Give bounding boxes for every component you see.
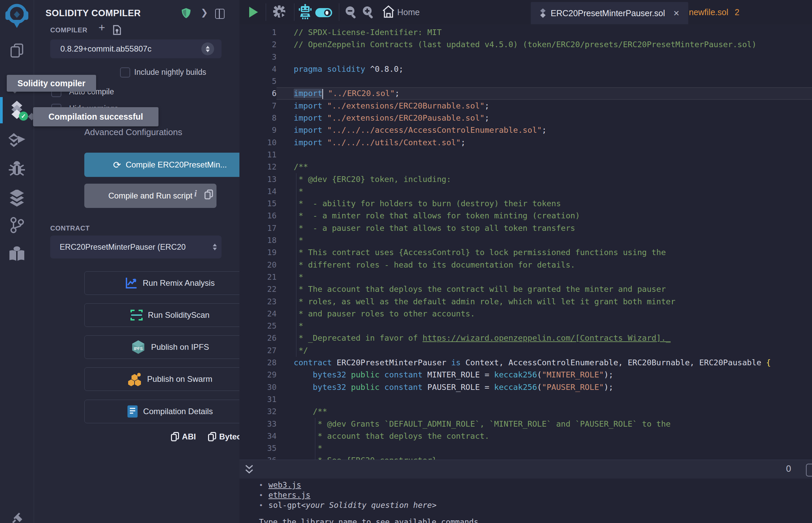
code-line[interactable]: 34 * account that deploys the contract.	[240, 430, 812, 442]
code-line[interactable]: 29 bytes32 public constant MINTER_ROLE =…	[240, 369, 812, 381]
plugin-manager-icon[interactable]	[0, 245, 34, 263]
copy-script-icon[interactable]	[204, 190, 213, 199]
copy-abi-button[interactable]: ABI	[171, 432, 196, 441]
code-line[interactable]: 8import "../extensions/ERC20Pausable.sol…	[240, 112, 812, 124]
advanced-configurations-label[interactable]: Advanced Configurations	[84, 127, 182, 138]
line-number: 29	[240, 369, 277, 381]
file-explorer-icon[interactable]	[0, 42, 34, 59]
line-number: 14	[240, 185, 277, 197]
compiler-config-file-icon[interactable]	[113, 25, 121, 35]
tab-warning-count: 2	[735, 7, 740, 17]
line-number: 18	[240, 234, 277, 246]
git-icon[interactable]	[0, 216, 34, 234]
close-tab-icon[interactable]: ×	[673, 8, 679, 18]
code-line[interactable]: 36 * See {ERC20-constructor}.	[240, 454, 812, 459]
plug-icon[interactable]	[0, 511, 34, 523]
bullet-icon: •	[259, 481, 263, 489]
home-tab-label[interactable]: Home	[397, 7, 420, 17]
code-line[interactable]: 4pragma solidity ^0.8.0;	[240, 63, 812, 75]
code-line[interactable]: 1// SPDX-License-Identifier: MIT	[240, 26, 812, 38]
code-line[interactable]: 2// OpenZeppelin Contracts (last updated…	[240, 38, 812, 51]
line-number: 13	[240, 173, 277, 185]
ethers-link[interactable]: ethers.js	[268, 491, 311, 500]
code-line[interactable]: 23 * roles, as well as the default admin…	[240, 295, 812, 308]
indent-guide	[296, 173, 296, 357]
copy-icon	[208, 432, 216, 441]
publish-swarm-button[interactable]: Publish on Swarm	[84, 367, 255, 391]
terminal-list-item: • sol-gpt <your Solidity question here>	[259, 501, 437, 509]
tooltip-compilation-successful: Compilation successful	[33, 107, 158, 126]
code-line[interactable]: 21 *	[240, 271, 812, 283]
code-line[interactable]: 24 * and pauser roles to other accounts.	[240, 308, 812, 320]
line-number: 8	[240, 112, 277, 124]
zoom-out-icon[interactable]	[345, 6, 358, 19]
debugger-icon[interactable]	[0, 160, 34, 177]
terminal-hint: Type the library name to see available c…	[259, 518, 483, 523]
line-number: 2	[240, 38, 277, 51]
terminal-search-box-partial[interactable]	[806, 464, 812, 476]
code-line[interactable]: 30 bytes32 public constant PAUSER_ROLE =…	[240, 381, 812, 393]
ai-copilot-robot-icon[interactable]	[299, 4, 312, 20]
code-line[interactable]: 6import "../ERC20.sol";	[240, 87, 812, 100]
code-line[interactable]: 27 */	[240, 344, 812, 357]
split-panel-icon[interactable]	[215, 9, 225, 19]
code-line[interactable]: 16 * - a minter role that allows for tok…	[240, 210, 812, 222]
run-script-play-button[interactable]	[249, 7, 258, 18]
code-line[interactable]: 33 * @dev Grants `DEFAULT_ADMIN_ROLE`, `…	[240, 418, 812, 430]
ai-copilot-toggle[interactable]	[315, 8, 332, 17]
code-line[interactable]: 9import "../../../access/AccessControlEn…	[240, 124, 812, 136]
line-number: 23	[240, 295, 277, 308]
terminal-content[interactable]: • web3.js • ethers.js • sol-gpt <your So…	[240, 479, 812, 523]
code-line[interactable]: 32 /**	[240, 405, 812, 417]
unit-testing-icon[interactable]	[0, 189, 34, 208]
tab-erc20presetminterpauser[interactable]: ERC20PresetMinterPauser.sol ×	[531, 2, 688, 24]
code-line[interactable]: 25 *	[240, 320, 812, 332]
publish-ipfs-button[interactable]: IPFS Publish on IPFS	[84, 335, 255, 359]
remix-logo[interactable]	[0, 3, 34, 30]
code-line[interactable]: 15 * - ability for holders to burn (dest…	[240, 197, 812, 210]
shield-icon[interactable]	[182, 8, 191, 18]
code-line[interactable]: 26 * _Deprecated in favor of https://wiz…	[240, 332, 812, 344]
code-line[interactable]: 31	[240, 393, 812, 405]
swarm-icon	[127, 372, 142, 386]
code-line[interactable]: 20 * different roles - head to its docum…	[240, 259, 812, 271]
version-select-arrows-icon	[201, 42, 214, 55]
code-line[interactable]: 28contract ERC20PresetMinterPauser is Co…	[240, 357, 812, 369]
code-line[interactable]: 3	[240, 51, 812, 63]
deploy-run-icon[interactable]	[0, 131, 34, 149]
code-editor[interactable]: Home newfile.sol 2 ERC20PresetMinterPaus…	[240, 0, 812, 459]
nightly-builds-checkbox[interactable]	[120, 67, 130, 77]
code-line[interactable]: 10import "../../../utils/Context.sol";	[240, 137, 812, 149]
code-line[interactable]: 35 *	[240, 442, 812, 454]
run-solidityscan-button[interactable]: Run SolidityScan	[84, 303, 255, 327]
web3-link[interactable]: web3.js	[268, 481, 301, 489]
compiler-version-select[interactable]: 0.8.29+commit.ab55807c	[50, 39, 222, 58]
abi-bytecode-row: ABI Bytecode	[84, 432, 255, 441]
docs-chevron-icon[interactable]: ❯	[201, 7, 208, 18]
line-number: 7	[240, 100, 277, 112]
home-icon[interactable]	[383, 5, 394, 18]
code-line[interactable]: 11	[240, 149, 812, 161]
add-compiler-icon[interactable]: +	[99, 21, 105, 34]
compile-button[interactable]: ⟳ Compile ERC20PresetMin...	[84, 152, 255, 177]
code-line[interactable]: 22 * The account that deploys the contra…	[240, 283, 812, 295]
code-lines[interactable]: 1// SPDX-License-Identifier: MIT2// Open…	[240, 26, 812, 459]
details-document-icon	[127, 405, 138, 418]
code-line[interactable]: 14 *	[240, 185, 812, 197]
collapse-terminal-icon[interactable]	[245, 464, 253, 474]
script-config-gear-icon[interactable]	[272, 5, 287, 20]
code-line[interactable]: 19 * This contract uses {AccessControl} …	[240, 246, 812, 258]
info-icon[interactable]: i	[194, 188, 197, 199]
run-remix-analysis-button[interactable]: Run Remix Analysis	[84, 271, 255, 295]
line-number: 15	[240, 197, 277, 210]
code-line[interactable]: 5	[240, 75, 812, 87]
contract-select[interactable]: ERC20PresetMinterPauser (ERC20	[50, 236, 222, 258]
code-line[interactable]: 13 * @dev {ERC20} token, including:	[240, 173, 812, 185]
line-number: 1	[240, 26, 277, 38]
code-line[interactable]: 17 * - a pauser role that allows to stop…	[240, 222, 812, 234]
code-line[interactable]: 18 *	[240, 234, 812, 246]
compilation-details-button[interactable]: Compilation Details	[84, 400, 255, 423]
code-line[interactable]: 7import "../extensions/ERC20Burnable.sol…	[240, 100, 812, 112]
code-line[interactable]: 12/**	[240, 161, 812, 173]
zoom-in-icon[interactable]	[362, 6, 375, 19]
